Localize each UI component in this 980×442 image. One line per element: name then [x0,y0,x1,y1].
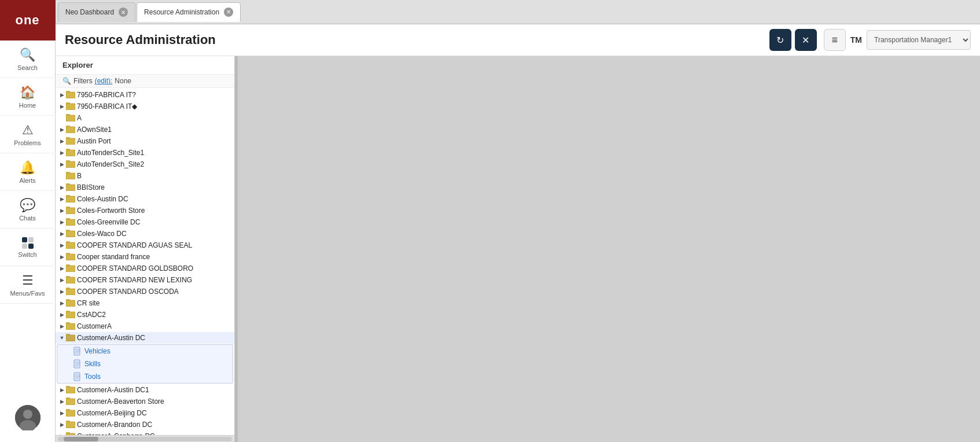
tree-item-customerA-beaverton-store[interactable]: ▶CustomerA-Beaverton Store [56,396,234,407]
close-button[interactable]: ✕ [795,29,817,51]
expand-icon-customerA-brandon-dc[interactable]: ▶ [58,421,66,429]
folder-icon-customerA [66,322,75,331]
doc-icon-vehicles [73,347,83,356]
filter-edit-link[interactable]: (edit): [95,77,113,85]
expand-icon-coles-greenville-dc[interactable]: ▶ [58,218,66,226]
expand-icon-cooper-standard-aguas[interactable]: ▶ [58,241,66,249]
tree-item-autotendersch-site2[interactable]: ▶AutoTenderSch_Site2 [56,159,234,170]
sidebar-item-chats[interactable]: 💬 Chats [0,191,56,229]
tree-item-cr-site[interactable]: ▶CR site [56,297,234,309]
tree-item-customerA[interactable]: ▶CustomerA [56,321,234,332]
tm-badge: TM [850,35,862,45]
tree-item-7950-fabrica-it2[interactable]: ▶7950-FABRICA IT◆ [56,101,234,112]
tree-item-bbistore[interactable]: ▶BBIStore [56,182,234,193]
tree-item-coles-austin-dc[interactable]: ▶Coles-Austin DC [56,193,234,205]
tree-item-cooper-standard-aguas[interactable]: ▶COOPER STANDARD AGUAS SEAL [56,240,234,251]
expand-icon-customerA-beijing-dc[interactable]: ▶ [58,409,66,417]
tree-child-vehicles[interactable]: Vehicles [71,345,233,358]
tree-item-austin-port[interactable]: ▶Austin Port [56,135,234,147]
tree-item-b[interactable]: B [56,170,234,182]
app-logo: one [0,0,56,40]
tree-item-7950-fabrica-it1[interactable]: ▶7950-FABRICA IT? [56,89,234,101]
expand-icon-7950-fabrica-it1[interactable]: ▶ [58,91,66,99]
tree-item-coles-fortworth-store[interactable]: ▶Coles-Fortworth Store [56,205,234,216]
tree-item-a[interactable]: A [56,112,234,124]
tree-item-aownsite1[interactable]: ▶AOwnSite1 [56,124,234,135]
expand-icon-coles-fortworth-store[interactable]: ▶ [58,207,66,215]
sidebar-item-switch[interactable]: Switch [0,229,56,266]
folder-icon-aownsite1 [66,125,75,134]
tree-label-austin-port: Austin Port [77,137,111,145]
expand-icon-cooper-standard-new-lexing[interactable]: ▶ [58,276,66,284]
expand-icon-cooper-standard-france[interactable]: ▶ [58,253,66,261]
expand-icon-customerA-austin-dc[interactable]: ▼ [58,334,66,342]
expand-icon-coles-austin-dc[interactable]: ▶ [58,195,66,203]
expand-icon-bbistore[interactable]: ▶ [58,183,66,191]
tree-item-cooper-standard-goldsboro[interactable]: ▶COOPER STANDARD GOLDSBORO [56,263,234,274]
search-icon: 🔍 [20,47,35,62]
expand-icon-cr-site[interactable]: ▶ [58,299,66,307]
tree-item-cstadc2[interactable]: ▶CstADC2 [56,309,234,321]
avatar[interactable] [15,405,40,430]
expand-icon-aownsite1[interactable]: ▶ [58,126,66,134]
folder-icon-coles-waco-dc [66,229,75,238]
tree-item-cooper-standard-oscoda[interactable]: ▶COOPER STANDARD OSCODA [56,286,234,297]
expand-icon-cstadc2[interactable]: ▶ [58,311,66,319]
expand-icon-austin-port[interactable]: ▶ [58,137,66,145]
tree-item-customerA-beijing-dc[interactable]: ▶CustomerA-Beijing DC [56,407,234,419]
expand-icon-autotendersch-site2[interactable]: ▶ [58,160,66,168]
sidebar-item-search[interactable]: 🔍 Search [0,40,56,78]
folder-icon-autotendersch-site2 [66,160,75,169]
tree-label-cooper-standard-aguas: COOPER STANDARD AGUAS SEAL [77,241,192,249]
menu-button[interactable]: ≡ [824,29,846,51]
tree-child-tools[interactable]: Tools [71,370,233,383]
folder-icon-coles-austin-dc [66,194,75,204]
expand-icon-customerA[interactable]: ▶ [58,322,66,330]
tree-item-coles-waco-dc[interactable]: ▶Coles-Waco DC [56,228,234,240]
expand-icon-autotendersch-site1[interactable]: ▶ [58,149,66,157]
refresh-button[interactable]: ↻ [769,29,791,51]
sidebar-bottom [0,405,56,430]
expand-icon-a[interactable] [58,114,66,122]
tree-label-cooper-standard-france: Cooper standard france [77,253,150,261]
tree-item-customerA-brandon-dc[interactable]: ▶CustomerA-Brandon DC [56,419,234,430]
expand-icon-7950-fabrica-it2[interactable]: ▶ [58,102,66,110]
sidebar-item-home[interactable]: 🏠 Home [0,78,56,116]
tree-item-autotendersch-site1[interactable]: ▶AutoTenderSch_Site1 [56,147,234,159]
tree-label-customerA-austin-dc1: CustomerA-Austin DC1 [77,386,149,394]
user-select[interactable]: Transportation Manager1 Transportation M… [867,30,971,50]
tree-label-coles-austin-dc: Coles-Austin DC [77,195,128,203]
expand-icon-coles-waco-dc[interactable]: ▶ [58,230,66,238]
folder-icon-customerA-austin-dc [66,333,75,342]
folder-icon-a [66,113,75,123]
horizontal-scrollbar[interactable] [56,435,234,442]
tab-neo-dashboard-close[interactable]: ✕ [119,8,128,17]
tree-container[interactable]: ▶7950-FABRICA IT?▶7950-FABRICA IT◆A▶AOwn… [56,88,234,435]
tree-item-customerA-austin-dc1[interactable]: ▶CustomerA-Austin DC1 [56,384,234,396]
tree-label-cr-site: CR site [77,299,100,307]
folder-icon-autotendersch-site1 [66,148,75,157]
sidebar-label-problems: Problems [14,139,40,146]
expand-icon-customerA-beaverton-store[interactable]: ▶ [58,397,66,406]
tree-item-coles-greenville-dc[interactable]: ▶Coles-Greenville DC [56,216,234,228]
tree-item-cooper-standard-france[interactable]: ▶Cooper standard france [56,251,234,263]
expand-icon-cooper-standard-goldsboro[interactable]: ▶ [58,264,66,272]
tree-item-customerA-canberra-dc[interactable]: ▶CustomerA-Canberra DC [56,430,234,435]
tab-neo-dashboard[interactable]: Neo Dashboard ✕ [58,2,135,22]
expand-icon-b[interactable] [58,172,66,180]
chat-icon: 💬 [20,198,35,213]
expand-icon-cooper-standard-oscoda[interactable]: ▶ [58,288,66,296]
tab-resource-admin-close[interactable]: ✕ [224,8,233,17]
tree-label-7950-fabrica-it2: 7950-FABRICA IT◆ [77,102,137,110]
tree-item-customerA-austin-dc[interactable]: ▼CustomerA-Austin DC [56,332,234,344]
tab-resource-admin[interactable]: Resource Administration ✕ [137,2,241,22]
expand-icon-customerA-austin-dc1[interactable]: ▶ [58,386,66,394]
tree-item-cooper-standard-new-lexing[interactable]: ▶COOPER STANDARD NEW LEXING [56,274,234,286]
sidebar-item-menus[interactable]: ☰ Menus/Favs [0,266,56,304]
tree-child-skills[interactable]: Skills [71,358,233,370]
sidebar-label-home: Home [19,102,36,109]
filter-label: Filters [73,77,93,85]
sidebar-item-problems[interactable]: ⚠ Problems [0,116,56,153]
home-icon: 🏠 [20,85,35,100]
sidebar-item-alerts[interactable]: 🔔 Alerts [0,153,56,191]
